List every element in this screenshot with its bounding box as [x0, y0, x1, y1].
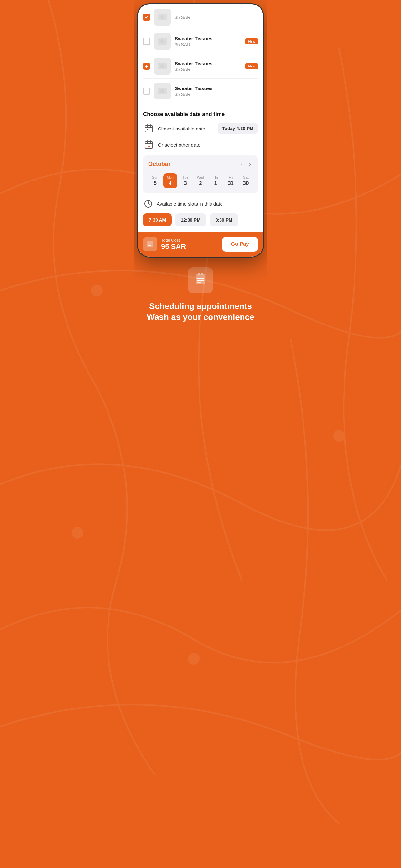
calendar-icon [143, 123, 155, 134]
top-partial-list: 35 SAR [138, 4, 263, 29]
svg-point-8 [160, 39, 164, 43]
closest-date-label: Closest available date [158, 126, 218, 131]
product-name-3: Sweater Tissues [175, 86, 258, 91]
product-item-1: Sweater Tissues 35 SAR New [143, 29, 258, 54]
date-section-title: Choose available date and time [143, 111, 258, 118]
svg-point-12 [160, 89, 164, 93]
calendar-container: Octobar ‹ › Sun 5 Mon 4 Tue 3 Wed 2 Thr [143, 155, 258, 193]
add-calendar-icon [143, 139, 155, 151]
partial-product-item: 35 SAR [143, 5, 258, 29]
other-date-label: Or select other date [158, 142, 258, 148]
calendar-days: Sun 5 Mon 4 Tue 3 Wed 2 Thr 1 Fri 31 Sat… [148, 174, 253, 188]
footer-left: Total Cost 95 SAR [143, 237, 186, 251]
time-slots-container: 7:30 AM12:30 PM3:30 PM [143, 213, 258, 226]
time-slot-7-30-AM[interactable]: 7:30 AM [143, 213, 172, 226]
calendar-day-4[interactable]: Mon 4 [163, 174, 177, 188]
calendar-day-3[interactable]: Tue 3 [179, 174, 192, 188]
product-price-3: 35 SAR [175, 92, 258, 97]
time-label-row: Available time slots in this date [143, 198, 258, 209]
product-thumbnail-top [154, 9, 171, 26]
product-item-3: Sweater Tissues 35 SAR [143, 79, 258, 103]
calendar-day-5[interactable]: Sun 5 [148, 174, 162, 188]
new-badge-1: New [245, 38, 258, 44]
product-item-2: + Sweater Tissues 35 SAR New [143, 54, 258, 79]
time-section: Available time slots in this date 7:30 A… [138, 198, 263, 231]
phone-content: 35 SAR Sweater [138, 4, 263, 257]
calendar-prev-btn[interactable]: ‹ [239, 160, 244, 168]
footer-cost-info: Total Cost 95 SAR [161, 238, 186, 251]
product-thumbnail-3 [154, 83, 171, 99]
bottom-title: Scheduling appointments Wash as your con… [140, 301, 261, 323]
product-price-top: 35 SAR [175, 15, 258, 20]
time-slot-12-30-PM[interactable]: 12:30 PM [175, 213, 206, 226]
svg-rect-19 [201, 273, 204, 275]
product-thumbnail-2 [154, 58, 171, 74]
calendar-day-2[interactable]: Wed 2 [194, 174, 208, 188]
svg-rect-17 [196, 274, 205, 284]
date-section: Choose available date and time Closest a… [138, 106, 263, 151]
clock-icon [143, 198, 153, 209]
svg-point-10 [160, 64, 164, 68]
go-pay-button[interactable]: Go Pay [222, 237, 258, 252]
closest-date-value[interactable]: Today 4:30 PM [218, 123, 258, 134]
product-add-btn-2[interactable]: + [143, 63, 150, 70]
calendar-nav: ‹ › [239, 160, 253, 168]
calendar-header: Octobar ‹ › [148, 160, 253, 168]
svg-rect-14 [147, 129, 148, 130]
phone-wrapper: 35 SAR Sweater [134, 0, 267, 258]
new-badge-2: New [245, 63, 258, 69]
time-slots-label: Available time slots in this date [157, 201, 223, 207]
product-info-top: 35 SAR [175, 14, 258, 20]
bottom-section: Scheduling appointments Wash as your con… [134, 258, 267, 336]
svg-rect-18 [197, 273, 200, 275]
other-date-row[interactable]: Or select other date [143, 139, 258, 151]
svg-point-6 [160, 15, 164, 19]
calendar-day-31[interactable]: Fri 31 [224, 174, 238, 188]
product-checkbox-3[interactable] [143, 88, 150, 95]
product-list: Sweater Tissues 35 SAR New + [138, 29, 263, 106]
svg-rect-13 [145, 126, 153, 132]
product-checkbox-1[interactable] [143, 38, 150, 45]
calendar-next-btn[interactable]: › [247, 160, 253, 168]
app-icon [188, 268, 213, 293]
product-thumbnail-1 [154, 33, 171, 50]
calendar-day-1[interactable]: Thr 1 [209, 174, 222, 188]
time-slot-3-30-PM[interactable]: 3:30 PM [210, 213, 238, 226]
total-cost-value: 95 SAR [161, 243, 186, 251]
closest-date-row: Closest available date Today 4:30 PM [143, 123, 258, 134]
calendar-day-30[interactable]: Sat 30 [239, 174, 253, 188]
phone-frame: 35 SAR Sweater [137, 3, 264, 258]
receipt-icon [143, 237, 157, 251]
footer-bar: Total Cost 95 SAR Go Pay [138, 231, 263, 257]
calendar-month: Octobar [148, 161, 171, 167]
product-checkbox-top[interactable] [143, 13, 150, 21]
product-info-3: Sweater Tissues 35 SAR [175, 86, 258, 97]
total-cost-label: Total Cost [161, 238, 186, 243]
